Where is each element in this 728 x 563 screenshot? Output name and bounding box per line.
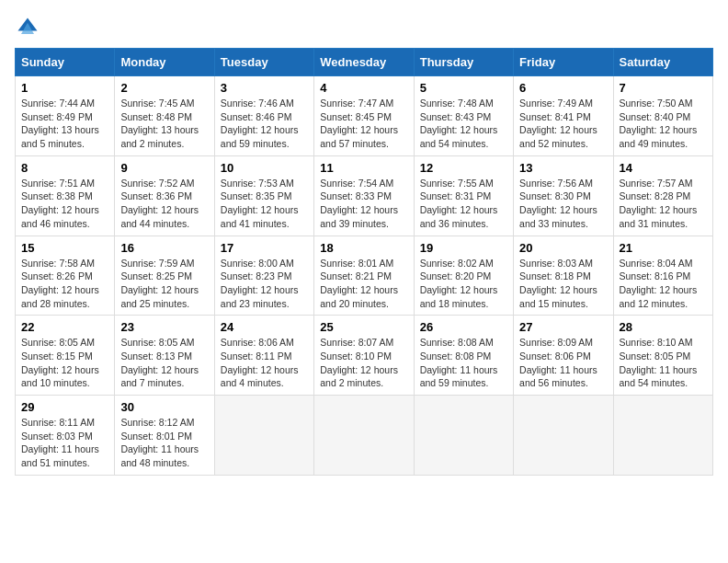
day-number: 3: [221, 81, 308, 95]
col-header-friday: Friday: [514, 49, 613, 76]
calendar-day-18: 18Sunrise: 8:01 AM Sunset: 8:21 PM Dayli…: [314, 236, 414, 316]
day-number: 20: [519, 241, 607, 255]
calendar-day-5: 5Sunrise: 7:48 AM Sunset: 8:43 PM Daylig…: [414, 76, 513, 156]
calendar-day-29: 29Sunrise: 8:11 AM Sunset: 8:03 PM Dayli…: [16, 396, 115, 476]
calendar-empty: [414, 396, 513, 476]
day-number: 17: [221, 241, 308, 255]
col-header-thursday: Thursday: [414, 49, 513, 76]
day-info: Sunrise: 8:03 AM Sunset: 8:18 PM Dayligh…: [519, 257, 607, 311]
day-info: Sunrise: 8:04 AM Sunset: 8:16 PM Dayligh…: [620, 257, 707, 311]
calendar-table: SundayMondayTuesdayWednesdayThursdayFrid…: [15, 48, 713, 476]
calendar-day-11: 11Sunrise: 7:54 AM Sunset: 8:33 PM Dayli…: [314, 155, 414, 236]
calendar-day-10: 10Sunrise: 7:53 AM Sunset: 8:35 PM Dayli…: [214, 155, 313, 236]
day-number: 24: [221, 320, 308, 334]
calendar-day-17: 17Sunrise: 8:00 AM Sunset: 8:23 PM Dayli…: [214, 236, 313, 316]
day-number: 13: [519, 161, 607, 175]
calendar-day-21: 21Sunrise: 8:04 AM Sunset: 8:16 PM Dayli…: [613, 236, 712, 316]
calendar-day-20: 20Sunrise: 8:03 AM Sunset: 8:18 PM Dayli…: [514, 236, 613, 316]
day-info: Sunrise: 8:05 AM Sunset: 8:15 PM Dayligh…: [21, 336, 108, 390]
calendar-day-25: 25Sunrise: 8:07 AM Sunset: 8:10 PM Dayli…: [314, 316, 414, 396]
day-info: Sunrise: 7:45 AM Sunset: 8:48 PM Dayligh…: [120, 97, 208, 151]
calendar-day-4: 4Sunrise: 7:47 AM Sunset: 8:45 PM Daylig…: [314, 76, 414, 156]
day-info: Sunrise: 7:46 AM Sunset: 8:46 PM Dayligh…: [221, 97, 308, 151]
calendar-day-22: 22Sunrise: 8:05 AM Sunset: 8:15 PM Dayli…: [16, 316, 115, 396]
calendar-day-1: 1Sunrise: 7:44 AM Sunset: 8:49 PM Daylig…: [16, 76, 115, 156]
day-info: Sunrise: 7:58 AM Sunset: 8:26 PM Dayligh…: [21, 257, 108, 311]
day-info: Sunrise: 7:57 AM Sunset: 8:28 PM Dayligh…: [620, 177, 707, 231]
calendar-day-27: 27Sunrise: 8:09 AM Sunset: 8:06 PM Dayli…: [514, 316, 613, 396]
day-number: 25: [320, 320, 407, 334]
calendar-day-6: 6Sunrise: 7:49 AM Sunset: 8:41 PM Daylig…: [514, 76, 613, 156]
day-number: 19: [420, 241, 507, 255]
col-header-saturday: Saturday: [613, 49, 712, 76]
day-info: Sunrise: 7:48 AM Sunset: 8:43 PM Dayligh…: [420, 97, 507, 151]
calendar-day-7: 7Sunrise: 7:50 AM Sunset: 8:40 PM Daylig…: [613, 76, 712, 156]
day-number: 9: [120, 161, 208, 175]
col-header-wednesday: Wednesday: [314, 49, 414, 76]
day-info: Sunrise: 7:50 AM Sunset: 8:40 PM Dayligh…: [620, 97, 707, 151]
day-number: 26: [420, 320, 507, 334]
day-info: Sunrise: 7:56 AM Sunset: 8:30 PM Dayligh…: [519, 177, 607, 231]
day-number: 8: [21, 161, 108, 175]
day-info: Sunrise: 7:49 AM Sunset: 8:41 PM Dayligh…: [519, 97, 607, 151]
calendar-day-28: 28Sunrise: 8:10 AM Sunset: 8:05 PM Dayli…: [613, 316, 712, 396]
day-number: 22: [21, 320, 108, 334]
day-number: 15: [21, 241, 108, 255]
day-number: 2: [120, 81, 208, 95]
calendar-day-30: 30Sunrise: 8:12 AM Sunset: 8:01 PM Dayli…: [115, 396, 214, 476]
day-info: Sunrise: 8:06 AM Sunset: 8:11 PM Dayligh…: [221, 336, 308, 390]
calendar-day-16: 16Sunrise: 7:59 AM Sunset: 8:25 PM Dayli…: [115, 236, 214, 316]
calendar-day-19: 19Sunrise: 8:02 AM Sunset: 8:20 PM Dayli…: [414, 236, 513, 316]
day-number: 7: [620, 81, 707, 95]
calendar-day-13: 13Sunrise: 7:56 AM Sunset: 8:30 PM Dayli…: [514, 155, 613, 236]
day-number: 30: [120, 400, 208, 414]
calendar-day-3: 3Sunrise: 7:46 AM Sunset: 8:46 PM Daylig…: [214, 76, 313, 156]
calendar-day-23: 23Sunrise: 8:05 AM Sunset: 8:13 PM Dayli…: [115, 316, 214, 396]
day-number: 29: [21, 400, 108, 414]
day-info: Sunrise: 8:02 AM Sunset: 8:20 PM Dayligh…: [420, 257, 507, 311]
calendar-empty: [214, 396, 313, 476]
col-header-sunday: Sunday: [16, 49, 115, 76]
day-number: 27: [519, 320, 607, 334]
calendar-day-2: 2Sunrise: 7:45 AM Sunset: 8:48 PM Daylig…: [115, 76, 214, 156]
day-info: Sunrise: 7:44 AM Sunset: 8:49 PM Dayligh…: [21, 97, 108, 151]
day-number: 4: [320, 81, 407, 95]
calendar-empty: [314, 396, 414, 476]
calendar-empty: [613, 396, 712, 476]
day-info: Sunrise: 8:00 AM Sunset: 8:23 PM Dayligh…: [221, 257, 308, 311]
day-info: Sunrise: 7:59 AM Sunset: 8:25 PM Dayligh…: [120, 257, 208, 311]
calendar-header-row: SundayMondayTuesdayWednesdayThursdayFrid…: [16, 49, 713, 76]
day-number: 6: [519, 81, 607, 95]
day-number: 21: [620, 241, 707, 255]
col-header-monday: Monday: [115, 49, 214, 76]
day-info: Sunrise: 7:52 AM Sunset: 8:36 PM Dayligh…: [120, 177, 208, 231]
day-info: Sunrise: 8:11 AM Sunset: 8:03 PM Dayligh…: [21, 416, 108, 470]
calendar-day-15: 15Sunrise: 7:58 AM Sunset: 8:26 PM Dayli…: [16, 236, 115, 316]
day-info: Sunrise: 7:54 AM Sunset: 8:33 PM Dayligh…: [320, 177, 407, 231]
day-number: 10: [221, 161, 308, 175]
col-header-tuesday: Tuesday: [214, 49, 313, 76]
day-number: 28: [620, 320, 707, 334]
day-number: 11: [320, 161, 407, 175]
calendar-week-row: 8Sunrise: 7:51 AM Sunset: 8:38 PM Daylig…: [16, 155, 713, 236]
calendar-day-14: 14Sunrise: 7:57 AM Sunset: 8:28 PM Dayli…: [613, 155, 712, 236]
calendar-day-8: 8Sunrise: 7:51 AM Sunset: 8:38 PM Daylig…: [16, 155, 115, 236]
day-info: Sunrise: 8:07 AM Sunset: 8:10 PM Dayligh…: [320, 336, 407, 390]
day-number: 1: [21, 81, 108, 95]
calendar-week-row: 22Sunrise: 8:05 AM Sunset: 8:15 PM Dayli…: [16, 316, 713, 396]
day-number: 14: [620, 161, 707, 175]
day-info: Sunrise: 8:09 AM Sunset: 8:06 PM Dayligh…: [519, 336, 607, 390]
day-number: 23: [120, 320, 208, 334]
calendar-day-26: 26Sunrise: 8:08 AM Sunset: 8:08 PM Dayli…: [414, 316, 513, 396]
logo: [15, 15, 44, 40]
calendar-week-row: 29Sunrise: 8:11 AM Sunset: 8:03 PM Dayli…: [16, 396, 713, 476]
logo-icon: [15, 15, 40, 40]
day-info: Sunrise: 8:12 AM Sunset: 8:01 PM Dayligh…: [120, 416, 208, 470]
day-number: 12: [420, 161, 507, 175]
calendar-week-row: 15Sunrise: 7:58 AM Sunset: 8:26 PM Dayli…: [16, 236, 713, 316]
day-info: Sunrise: 8:10 AM Sunset: 8:05 PM Dayligh…: [620, 336, 707, 390]
calendar-day-12: 12Sunrise: 7:55 AM Sunset: 8:31 PM Dayli…: [414, 155, 513, 236]
day-info: Sunrise: 7:55 AM Sunset: 8:31 PM Dayligh…: [420, 177, 507, 231]
calendar-day-24: 24Sunrise: 8:06 AM Sunset: 8:11 PM Dayli…: [214, 316, 313, 396]
day-number: 16: [120, 241, 208, 255]
